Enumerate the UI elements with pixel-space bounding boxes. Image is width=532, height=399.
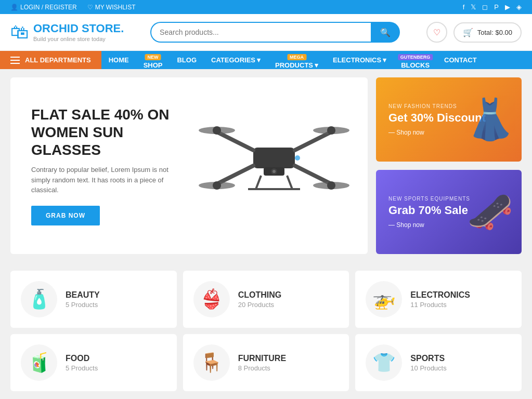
category-card-beauty[interactable]: 🧴 BEAUTY 5 Products bbox=[10, 271, 177, 328]
nav-contact[interactable]: CONTACT bbox=[437, 51, 484, 69]
svg-point-9 bbox=[213, 126, 221, 135]
facebook-link[interactable]: f bbox=[463, 3, 465, 11]
nav-categories[interactable]: CATEGORIES ▾ bbox=[204, 51, 268, 69]
promo-fashion-figure: 👗 bbox=[464, 83, 516, 156]
cart-icon: 🛒 bbox=[463, 28, 473, 37]
hero-side-promos: NEW FASHION TRENDS Get 30% Discount — Sh… bbox=[376, 77, 522, 254]
top-bar: 👤 LOGIN / REGISTER ♡ MY WISHLIST f 𝕏 ◻ P… bbox=[0, 0, 532, 14]
nav-blocks[interactable]: GUTENBERG BLOCKS bbox=[394, 51, 437, 69]
brand-name: ORCHID STORE. bbox=[33, 22, 124, 35]
logo[interactable]: 🛍 ORCHID STORE. Build your online store … bbox=[10, 21, 124, 43]
category-name-food: FOOD bbox=[66, 354, 98, 363]
dropdown-icon: ▾ bbox=[383, 56, 386, 64]
svg-rect-13 bbox=[264, 167, 284, 176]
category-count-furniture: 8 Products bbox=[238, 364, 286, 372]
promo-sports-figure: 🛹 bbox=[464, 175, 516, 249]
wishlist-link[interactable]: ♡ MY WISHLIST bbox=[87, 4, 136, 11]
category-name-electronics: ELECTRONICS bbox=[410, 290, 470, 300]
cart-total: Total: $0.00 bbox=[477, 29, 512, 36]
svg-point-12 bbox=[327, 181, 335, 190]
nav-blog[interactable]: BLOG bbox=[170, 51, 204, 69]
drone-image bbox=[196, 106, 352, 225]
svg-line-4 bbox=[295, 166, 331, 184]
svg-line-16 bbox=[256, 176, 261, 189]
categories-section: 🧴 BEAUTY 5 Products 👙 CLOTHING 20 Produc… bbox=[0, 262, 532, 399]
category-icon-food: 🧃 bbox=[21, 344, 57, 381]
svg-point-6 bbox=[313, 127, 349, 134]
hero-section: FLAT SALE 40% ON WOMEN SUN GLASSES Contr… bbox=[0, 69, 532, 262]
categories-grid: 🧴 BEAUTY 5 Products 👙 CLOTHING 20 Produc… bbox=[10, 271, 522, 391]
category-count-electronics: 11 Products bbox=[410, 301, 470, 309]
category-count-clothing: 20 Products bbox=[238, 301, 282, 309]
svg-point-14 bbox=[271, 168, 277, 175]
top-bar-left: 👤 LOGIN / REGISTER ♡ MY WISHLIST bbox=[10, 4, 135, 11]
social-links: f 𝕏 ◻ P ▶ ◈ bbox=[463, 3, 522, 11]
hero-description: Contrary to popular belief, Lorem Ipsum … bbox=[31, 165, 177, 195]
promo-sports[interactable]: NEW SPORTS EQUIPMENTS Grab 70% Sale — Sh… bbox=[376, 170, 522, 254]
main-nav: ALL DEPARTMENTS HOME NEW SHOP BLOG CATEG… bbox=[0, 51, 532, 69]
header-actions: ♡ 🛒 Total: $0.00 bbox=[426, 22, 522, 43]
svg-point-5 bbox=[199, 127, 235, 134]
category-card-electronics[interactable]: 🚁 ELECTRONICS 11 Products bbox=[355, 271, 522, 328]
nav-products[interactable]: MEGA PRODUCTS ▾ bbox=[268, 51, 326, 69]
category-count-food: 5 Products bbox=[66, 364, 98, 372]
login-register-link[interactable]: 👤 LOGIN / REGISTER bbox=[10, 4, 77, 11]
category-name-sports: SPORTS bbox=[410, 354, 446, 363]
search-input[interactable] bbox=[150, 22, 371, 43]
rss-link[interactable]: ◈ bbox=[516, 3, 522, 11]
category-icon-beauty: 🧴 bbox=[21, 281, 57, 317]
pinterest-link[interactable]: P bbox=[494, 3, 499, 11]
svg-point-10 bbox=[327, 126, 335, 135]
nav-shop[interactable]: NEW SHOP bbox=[136, 51, 170, 69]
svg-line-17 bbox=[287, 176, 292, 189]
svg-point-8 bbox=[313, 182, 349, 189]
all-departments-button[interactable]: ALL DEPARTMENTS bbox=[0, 51, 101, 69]
svg-line-2 bbox=[295, 132, 331, 150]
category-card-furniture[interactable]: 🪑 FURNITURE 8 Products bbox=[183, 334, 349, 391]
category-icon-clothing: 👙 bbox=[193, 281, 230, 317]
svg-point-11 bbox=[213, 181, 221, 190]
mega-badge: MEGA bbox=[287, 54, 306, 60]
nav-electronics[interactable]: ELECTRONICS ▾ bbox=[326, 51, 394, 69]
gutenberg-badge: GUTENBERG bbox=[398, 54, 433, 60]
category-card-clothing[interactable]: 👙 CLOTHING 20 Products bbox=[183, 271, 349, 328]
category-name-furniture: FURNITURE bbox=[238, 354, 286, 363]
svg-point-15 bbox=[273, 170, 276, 173]
category-name-clothing: CLOTHING bbox=[238, 290, 282, 300]
category-card-sports[interactable]: 👕 SPORTS 10 Products bbox=[355, 334, 522, 391]
search-button[interactable]: 🔍 bbox=[371, 22, 400, 43]
tagline: Build your online store today bbox=[33, 36, 124, 43]
category-card-food[interactable]: 🧃 FOOD 5 Products bbox=[10, 334, 177, 391]
logo-icon: 🛍 bbox=[10, 21, 29, 43]
category-name-beauty: BEAUTY bbox=[66, 290, 100, 300]
hero-banner: FLAT SALE 40% ON WOMEN SUN GLASSES Contr… bbox=[10, 77, 368, 254]
wishlist-button[interactable]: ♡ bbox=[426, 22, 447, 43]
promo-fashion[interactable]: NEW FASHION TRENDS Get 30% Discount — Sh… bbox=[376, 77, 522, 162]
category-icon-furniture: 🪑 bbox=[193, 344, 230, 381]
svg-line-1 bbox=[217, 132, 253, 150]
site-header: 🛍 ORCHID STORE. Build your online store … bbox=[0, 14, 532, 51]
svg-rect-0 bbox=[253, 148, 295, 168]
twitter-link[interactable]: 𝕏 bbox=[471, 3, 476, 11]
hero-title: FLAT SALE 40% ON WOMEN SUN GLASSES bbox=[31, 106, 177, 158]
youtube-link[interactable]: ▶ bbox=[505, 3, 510, 11]
search-bar: 🔍 bbox=[150, 22, 400, 43]
dropdown-icon: ▾ bbox=[257, 56, 261, 64]
new-badge: NEW bbox=[145, 54, 161, 60]
svg-point-7 bbox=[199, 182, 235, 189]
category-icon-electronics: 🚁 bbox=[366, 281, 402, 317]
svg-line-3 bbox=[217, 166, 253, 184]
grab-now-button[interactable]: GRAB NOW bbox=[31, 206, 100, 225]
heart-icon: ♡ bbox=[87, 4, 93, 11]
dropdown-icon: ▾ bbox=[315, 61, 318, 69]
nav-links: HOME NEW SHOP BLOG CATEGORIES ▾ MEGA PRO… bbox=[101, 51, 532, 69]
nav-home[interactable]: HOME bbox=[101, 51, 136, 69]
category-icon-sports: 👕 bbox=[366, 344, 402, 381]
hero-text: FLAT SALE 40% ON WOMEN SUN GLASSES Contr… bbox=[31, 106, 177, 225]
cart-button[interactable]: 🛒 Total: $0.00 bbox=[453, 22, 522, 43]
category-count-sports: 10 Products bbox=[410, 364, 446, 372]
svg-point-19 bbox=[295, 155, 300, 161]
category-count-beauty: 5 Products bbox=[66, 301, 100, 309]
hamburger-icon bbox=[10, 57, 20, 64]
instagram-link[interactable]: ◻ bbox=[482, 3, 488, 11]
